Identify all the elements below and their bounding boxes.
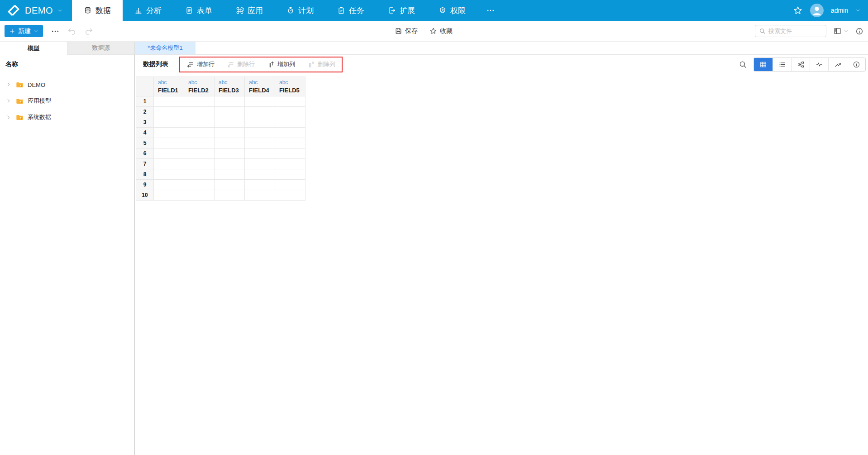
row-number-cell[interactable]: 6 — [136, 148, 154, 159]
grid-cell[interactable] — [275, 159, 305, 169]
grid-cell[interactable] — [154, 128, 184, 138]
user-name[interactable]: admin — [831, 7, 848, 14]
search-icon[interactable] — [739, 60, 747, 69]
redo-icon[interactable] — [84, 27, 93, 36]
favorite-button[interactable]: 收藏 — [429, 27, 453, 35]
grid-cell[interactable] — [154, 169, 184, 180]
save-button[interactable]: 保存 — [395, 27, 418, 35]
tree-item[interactable]: DEMO — [0, 77, 134, 93]
row-number-cell[interactable]: 5 — [136, 138, 154, 148]
grid-cell[interactable] — [215, 169, 245, 180]
chevron-down-icon[interactable] — [855, 8, 861, 13]
grid-cell[interactable] — [184, 159, 215, 169]
table-view-button[interactable] — [754, 58, 773, 71]
grid-cell[interactable] — [245, 107, 275, 117]
nav-tab-plan[interactable]: 计划 — [275, 0, 325, 21]
grid-cell[interactable] — [215, 148, 245, 159]
delete-col-button[interactable]: 删除列 — [307, 60, 335, 68]
grid-cell[interactable] — [184, 96, 215, 107]
list-view-button[interactable] — [773, 58, 791, 71]
row-number-cell[interactable]: 7 — [136, 159, 154, 169]
row-number-cell[interactable]: 3 — [136, 117, 154, 128]
grid-cell[interactable] — [184, 148, 215, 159]
undo-icon[interactable] — [67, 27, 76, 36]
user-avatar[interactable] — [810, 4, 824, 17]
flow-view-button[interactable] — [791, 58, 810, 71]
grid-cell[interactable] — [245, 138, 275, 148]
brand[interactable]: DEMO — [0, 0, 72, 21]
grid-cell[interactable] — [275, 107, 305, 117]
grid-cell[interactable] — [215, 190, 245, 201]
grid-cell[interactable] — [154, 180, 184, 190]
grid-cell[interactable] — [215, 96, 245, 107]
row-number-cell[interactable]: 9 — [136, 180, 154, 190]
grid-cell[interactable] — [184, 128, 215, 138]
info-icon[interactable] — [855, 27, 863, 35]
row-number-cell[interactable]: 1 — [136, 96, 154, 107]
grid-column-header[interactable]: abcFIELD5 — [275, 77, 305, 96]
grid-cell[interactable] — [245, 128, 275, 138]
nav-tab-app[interactable]: 应用 — [224, 0, 275, 21]
new-button[interactable]: 新建 — [5, 25, 43, 37]
grid-cell[interactable] — [154, 159, 184, 169]
grid-cell[interactable] — [245, 96, 275, 107]
row-number-cell[interactable]: 4 — [136, 128, 154, 138]
grid-cell[interactable] — [154, 96, 184, 107]
grid-cell[interactable] — [275, 117, 305, 128]
grid-cell[interactable] — [154, 148, 184, 159]
document-tab-unnamed-model[interactable]: *未命名模型1 — [135, 42, 196, 54]
grid-column-header[interactable]: abcFIELD2 — [184, 77, 215, 96]
grid-cell[interactable] — [275, 148, 305, 159]
nav-tab-form[interactable]: 表单 — [173, 0, 224, 21]
grid-cell[interactable] — [154, 107, 184, 117]
grid-cell[interactable] — [275, 96, 305, 107]
delete-row-button[interactable]: 删除行 — [227, 60, 255, 68]
add-row-button[interactable]: 增加行 — [186, 60, 215, 68]
grid-column-header[interactable]: abcFIELD1 — [154, 77, 184, 96]
info-view-button[interactable] — [847, 58, 865, 71]
nav-more-button[interactable] — [477, 0, 504, 21]
grid-cell[interactable] — [154, 117, 184, 128]
grid-cell[interactable] — [245, 169, 275, 180]
grid-cell[interactable] — [275, 169, 305, 180]
grid-cell[interactable] — [184, 169, 215, 180]
row-number-cell[interactable]: 2 — [136, 107, 154, 117]
layout-toggle-button[interactable] — [833, 27, 849, 35]
grid-cell[interactable] — [245, 148, 275, 159]
more-dots-icon[interactable] — [51, 27, 60, 36]
grid-cell[interactable] — [184, 180, 215, 190]
grid-cell[interactable] — [215, 180, 245, 190]
nav-tab-analysis[interactable]: 分析 — [123, 0, 173, 21]
grid-cell[interactable] — [184, 138, 215, 148]
grid-cell[interactable] — [215, 128, 245, 138]
sidebar-tab-model[interactable]: 模型 — [0, 42, 67, 55]
trend-view-button[interactable] — [828, 58, 847, 71]
tree-item[interactable]: 应用模型 — [0, 93, 134, 109]
grid-cell[interactable] — [154, 138, 184, 148]
grid-cell[interactable] — [215, 159, 245, 169]
add-col-button[interactable]: 增加列 — [267, 60, 295, 68]
grid-column-header[interactable]: abcFIELD3 — [215, 77, 245, 96]
grid-cell[interactable] — [245, 117, 275, 128]
grid-cell[interactable] — [275, 128, 305, 138]
grid-cell[interactable] — [275, 180, 305, 190]
tree-item[interactable]: 系统数据 — [0, 109, 134, 125]
nav-tab-data[interactable]: 数据 — [72, 0, 123, 21]
grid-cell[interactable] — [184, 107, 215, 117]
nav-tab-extension[interactable]: 扩展 — [376, 0, 427, 21]
row-number-cell[interactable]: 8 — [136, 169, 154, 180]
grid-column-header[interactable]: abcFIELD4 — [245, 77, 275, 96]
favorite-star-icon[interactable] — [793, 5, 803, 15]
search-input[interactable] — [768, 28, 822, 34]
grid-cell[interactable] — [215, 117, 245, 128]
grid-cell[interactable] — [275, 190, 305, 201]
grid-cell[interactable] — [245, 190, 275, 201]
grid-cell[interactable] — [245, 180, 275, 190]
row-number-cell[interactable]: 10 — [136, 190, 154, 201]
grid-cell[interactable] — [184, 117, 215, 128]
grid-cell[interactable] — [275, 138, 305, 148]
nav-tab-permission[interactable]: 权限 — [427, 0, 477, 21]
sidebar-tab-datasource[interactable]: 数据源 — [67, 42, 135, 54]
nav-tab-task[interactable]: 任务 — [325, 0, 376, 21]
grid-cell[interactable] — [215, 138, 245, 148]
